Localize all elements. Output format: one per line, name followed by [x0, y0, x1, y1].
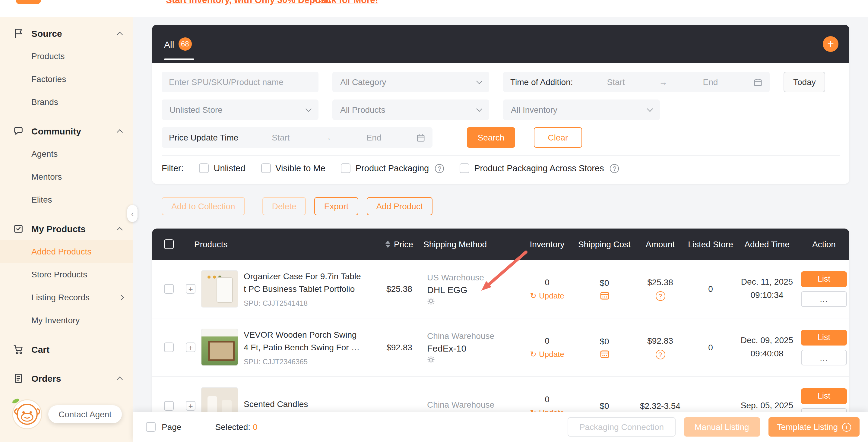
promo-link[interactable]: Click for More!	[315, 0, 378, 5]
sidebar-item-cart[interactable]: Cart	[0, 338, 133, 360]
help-icon[interactable]: ?	[435, 164, 444, 173]
gear-icon[interactable]	[427, 356, 435, 364]
filter-card: All 68 + All Category Time of Addition: …	[152, 25, 849, 184]
sidebar-item-products[interactable]: Products	[0, 44, 133, 67]
filter-unlisted[interactable]: Unlisted	[199, 163, 246, 173]
time-of-addition-range[interactable]: Time of Addition: Start → End	[503, 72, 770, 92]
sidebar-item-store-products[interactable]: Store Products	[0, 263, 133, 286]
product-title[interactable]: Scented Candles	[244, 398, 308, 410]
more-actions-button[interactable]: …	[801, 291, 847, 307]
sidebar-item-elites[interactable]: Elites	[0, 188, 133, 211]
tab-all[interactable]: All 68	[164, 25, 191, 63]
header-shipping-method: Shipping Method	[424, 240, 520, 249]
search-button[interactable]: Search	[467, 127, 515, 148]
shipping-calculator-icon[interactable]	[600, 350, 609, 358]
chevron-down-icon	[476, 105, 482, 112]
source-icon	[12, 27, 24, 39]
delete-button[interactable]: Delete	[262, 197, 306, 215]
sort-icon[interactable]	[385, 241, 390, 248]
row-checkbox[interactable]	[164, 284, 174, 294]
clear-button[interactable]: Clear	[534, 127, 582, 148]
packaging-across-stores-checkbox[interactable]	[460, 163, 469, 173]
sidebar-item-agents[interactable]: Agents	[0, 142, 133, 165]
spu-search-input[interactable]	[162, 72, 318, 92]
chevron-up-icon	[117, 227, 123, 233]
product-title[interactable]: VEVOR Wooden Porch Swing 4 Ft, Patio Ben…	[244, 328, 360, 354]
selected-count: 0	[253, 422, 257, 432]
sidebar-item-factories[interactable]: Factories	[0, 67, 133, 90]
range-arrow-icon: →	[323, 133, 332, 142]
store-select-value: Unlisted Store	[169, 105, 223, 115]
sidebar-item-label: Added Products	[31, 247, 91, 256]
price-update-time-range[interactable]: Price Update Time Start → End	[162, 127, 433, 148]
contact-agent-button[interactable]: Contact Agent	[48, 405, 122, 423]
filter-packaging-across-stores[interactable]: Product Packaging Across Stores ?	[460, 163, 619, 173]
inventory-select[interactable]: All Inventory	[503, 99, 660, 120]
select-all-checkbox[interactable]	[164, 240, 174, 249]
product-image[interactable]	[201, 270, 238, 308]
manual-listing-button[interactable]: Manual Listing	[684, 417, 760, 437]
sidebar-collapse-handle[interactable]: ‹	[127, 205, 137, 222]
sidebar-item-my-inventory[interactable]: My Inventory	[0, 309, 133, 332]
end-date-field[interactable]: End	[668, 77, 753, 87]
header-price[interactable]: Price	[375, 240, 424, 249]
store-select[interactable]: Unlisted Store	[162, 99, 318, 120]
add-tab-button[interactable]: +	[823, 36, 838, 52]
amount-help-icon[interactable]: ?	[655, 291, 665, 301]
product-image[interactable]	[201, 328, 238, 366]
table-row: + VEVOR Wooden Porch Swing 4 Ft, Patio B…	[152, 318, 849, 377]
table-header: Products Price Shipping Method Inventory…	[152, 228, 849, 260]
page-select-checkbox[interactable]	[146, 422, 156, 432]
sidebar-item-added-products[interactable]: Added Products	[0, 240, 133, 263]
start-date-field[interactable]: Start	[238, 133, 323, 142]
more-actions-button[interactable]: …	[801, 349, 847, 365]
update-inventory-link[interactable]: ↻Update	[530, 350, 564, 359]
sidebar-item-label: Orders	[31, 373, 118, 383]
today-button[interactable]: Today	[783, 72, 826, 92]
gear-icon[interactable]	[427, 297, 435, 305]
expand-row-button[interactable]: +	[186, 284, 195, 294]
template-listing-button[interactable]: Template Listing i	[769, 417, 860, 437]
add-product-button[interactable]: Add Product	[367, 197, 433, 215]
shipping-calculator-icon[interactable]	[600, 292, 609, 300]
end-date-field[interactable]: End	[332, 133, 416, 142]
list-button[interactable]: List	[801, 388, 847, 404]
chevron-down-icon	[647, 105, 653, 112]
agent-mascot[interactable]	[10, 396, 44, 431]
list-button[interactable]: List	[801, 271, 847, 287]
sidebar-item-listing-records[interactable]: Listing Records	[0, 286, 133, 309]
cart-icon	[12, 343, 24, 355]
sidebar-item-orders[interactable]: Orders	[0, 367, 133, 389]
add-to-collection-button[interactable]: Add to Collection	[162, 197, 245, 215]
expand-row-button[interactable]: +	[186, 343, 195, 352]
product-packaging-checkbox[interactable]	[341, 163, 351, 173]
help-icon[interactable]: ?	[610, 164, 619, 173]
products-select[interactable]: All Products	[332, 99, 489, 120]
filter-visible-to-me[interactable]: Visible to Me	[261, 163, 326, 173]
filter-product-packaging[interactable]: Product Packaging ?	[341, 163, 444, 173]
chevron-down-icon	[306, 105, 312, 112]
amount-value: $92.83	[647, 336, 673, 345]
sidebar-item-source[interactable]: Source	[0, 22, 133, 44]
start-date-field[interactable]: Start	[573, 77, 659, 87]
filters-panel: All Category Time of Addition: Start → E…	[152, 63, 849, 148]
category-select[interactable]: All Category	[332, 72, 489, 92]
export-button[interactable]: Export	[315, 197, 358, 215]
sidebar-item-community[interactable]: Community	[0, 119, 133, 142]
row-checkbox[interactable]	[164, 343, 174, 352]
tab-bar: All 68 +	[152, 25, 849, 63]
update-inventory-link[interactable]: ↻Update	[530, 291, 564, 300]
header-shipping-cost: Shipping Cost	[574, 240, 634, 249]
sidebar-item-my-products[interactable]: My Products	[0, 217, 133, 240]
unlisted-checkbox[interactable]	[199, 163, 209, 173]
list-button[interactable]: List	[801, 329, 847, 345]
sidebar-item-mentors[interactable]: Mentors	[0, 165, 133, 188]
row-checkbox[interactable]	[164, 401, 174, 411]
visible-to-me-checkbox[interactable]	[261, 163, 271, 173]
added-time: 09:40:08	[735, 347, 799, 360]
product-title[interactable]: Organizer Case For 9.7in Table t PC Busi…	[244, 270, 361, 295]
sidebar-item-brands[interactable]: Brands	[0, 90, 133, 114]
amount-help-icon[interactable]: ?	[655, 349, 665, 359]
packaging-connection-button[interactable]: Packaging Connection	[568, 417, 675, 437]
expand-row-button[interactable]: +	[186, 401, 195, 411]
